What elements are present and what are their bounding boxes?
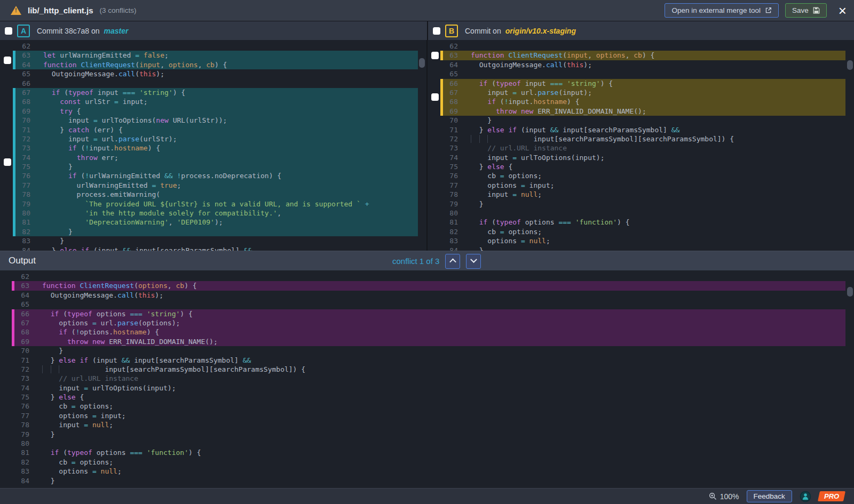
code-line: 74 input = urlToOptions(input); — [12, 383, 845, 393]
line-number: 77 — [15, 181, 37, 190]
feedback-button[interactable]: Feedback — [747, 490, 792, 502]
output-header: Output conflict 1 of 3 — [0, 251, 854, 270]
code-line: 71 } else if (input && input[searchParam… — [12, 356, 845, 365]
line-number: 62 — [15, 42, 37, 51]
line-number: 66 — [443, 79, 464, 88]
save-button[interactable]: Save — [785, 3, 827, 18]
panel-b-checkbox[interactable] — [433, 27, 440, 35]
code-text: if (typeof options === 'function') { — [36, 448, 845, 457]
line-number: 84 — [15, 246, 37, 251]
gitkraken-logo-icon[interactable] — [800, 491, 811, 502]
code-line: 79 } — [12, 430, 845, 439]
panel-headers: A Commit 38c7a8 on master B Commit on or… — [0, 21, 854, 41]
code-line: 68 if (!options.hostname) { — [12, 327, 845, 337]
open-external-merge-tool-button[interactable]: Open in external merge tool — [665, 3, 779, 18]
line-number: 71 — [14, 356, 36, 365]
code-line: 83 options = null; — [12, 467, 845, 476]
code-text: `The provided URL ${urlStr} is not a val… — [37, 199, 418, 209]
panel-b-header: B Commit on origin/v10.x-staging — [427, 21, 854, 40]
line-number: 64 — [15, 60, 37, 69]
conflicts-count: (3 conflicts) — [100, 6, 137, 14]
code-text: input[searchParamsSymbol][searchParamsSy… — [464, 134, 845, 143]
code-text: cb = options; — [36, 458, 845, 467]
code-line: 69 throw new ERR_INVALID_DOMAIN_NAME(); — [12, 337, 845, 346]
pro-badge[interactable]: PRO — [818, 491, 845, 501]
code-text: if (typeof input === 'string') { — [37, 88, 418, 97]
code-line: 75 } else { — [12, 393, 845, 402]
line-number: 62 — [14, 272, 36, 281]
code-text: if (!options.hostname) { — [36, 327, 845, 337]
code-line: 73 if (!input.hostname) { — [13, 143, 418, 153]
line-number: 76 — [443, 171, 464, 180]
panel-a-scrollbar-thumb[interactable] — [419, 58, 425, 68]
line-number: 78 — [15, 190, 37, 199]
code-text: cb = options; — [36, 402, 845, 411]
line-number: 73 — [14, 374, 36, 383]
line-number: 82 — [443, 227, 464, 236]
conflict-counter: conflict 1 of 3 — [392, 257, 439, 266]
code-line: 83 options = null; — [440, 236, 845, 245]
code-text: urlWarningEmitted = true; — [37, 181, 418, 190]
code-text: throw new ERR_INVALID_DOMAIN_NAME(); — [464, 107, 845, 116]
code-text: function ClientRequest(options, cb) { — [36, 281, 845, 290]
code-line: 63let urlWarningEmitted = false; — [13, 51, 418, 60]
open-external-merge-tool-label: Open in external merge tool — [671, 6, 761, 14]
line-number: 84 — [443, 246, 464, 251]
code-text — [36, 272, 845, 281]
line-number: 84 — [14, 476, 36, 485]
code-line: 81 if (typeof options === 'function') { — [440, 218, 845, 227]
line-number: 70 — [15, 116, 37, 125]
line-number: 83 — [14, 467, 36, 476]
code-line: 70 } — [12, 346, 845, 355]
code-line: 80 — [12, 439, 845, 448]
code-text: if (!input.hostname) { — [464, 97, 845, 106]
code-text: 'in the http module solely for compatibi… — [37, 209, 418, 218]
hunk-checkbox[interactable] — [431, 52, 439, 59]
code-line: 67 input = url.parse(input); — [440, 88, 845, 97]
line-number: 77 — [443, 181, 464, 190]
code-line: 77 urlWarningEmitted = true; — [13, 181, 418, 190]
code-line: 68 if (!input.hostname) { — [440, 97, 845, 106]
code-line: 77 options = input; — [12, 411, 845, 420]
hunk-checkbox[interactable] — [431, 93, 439, 101]
code-line: 66 if (typeof input === 'string') { — [440, 79, 845, 88]
zoom-icon[interactable] — [709, 492, 717, 500]
line-number: 82 — [14, 458, 36, 467]
code-text: if (!input.hostname) { — [37, 143, 418, 153]
code-line: 80 'in the http module solely for compat… — [13, 209, 418, 218]
panel-a-checkbox[interactable] — [5, 27, 12, 35]
code-line: 65 — [440, 69, 845, 78]
code-line: 70 } — [440, 116, 845, 125]
code-text: input = url.parse(urlStr); — [37, 134, 418, 143]
line-number: 73 — [443, 143, 464, 153]
next-conflict-button[interactable] — [466, 254, 481, 269]
panel-b-scrollbar-thumb[interactable] — [847, 60, 853, 70]
warning-icon — [11, 6, 21, 15]
code-line: 80 — [440, 209, 845, 218]
code-line: 78 input = null; — [12, 420, 845, 429]
code-line: 72 input[searchParamsSymbol][searchParam… — [12, 365, 845, 374]
line-number: 74 — [443, 153, 464, 162]
code-text: function ClientRequest(input, options, c… — [464, 51, 845, 60]
code-text: } — [36, 346, 845, 355]
previous-conflict-button[interactable] — [445, 254, 460, 269]
close-icon[interactable]: × — [839, 4, 847, 18]
code-text: input = urlToOptions(input); — [36, 383, 845, 393]
code-text: options = null; — [464, 236, 845, 245]
panel-a-badge: A — [17, 25, 30, 37]
hunk-checkbox[interactable] — [4, 158, 11, 166]
code-text — [464, 42, 845, 51]
line-number: 80 — [15, 209, 37, 218]
line-number: 69 — [14, 337, 36, 346]
line-number: 75 — [443, 162, 464, 171]
line-number: 83 — [443, 236, 464, 245]
code-text: } — [37, 236, 418, 245]
code-line: 75 } — [13, 162, 418, 171]
hunk-checkbox[interactable] — [4, 57, 11, 64]
code-line: 84 } else if (input && input[searchParam… — [13, 246, 418, 251]
code-line: 79 } — [440, 199, 845, 209]
code-text: options = null; — [36, 467, 845, 476]
output-scrollbar-thumb[interactable] — [847, 287, 853, 297]
code-line: 71 } catch (err) { — [13, 125, 418, 134]
panel-a-header: A Commit 38c7a8 on master — [0, 21, 427, 40]
